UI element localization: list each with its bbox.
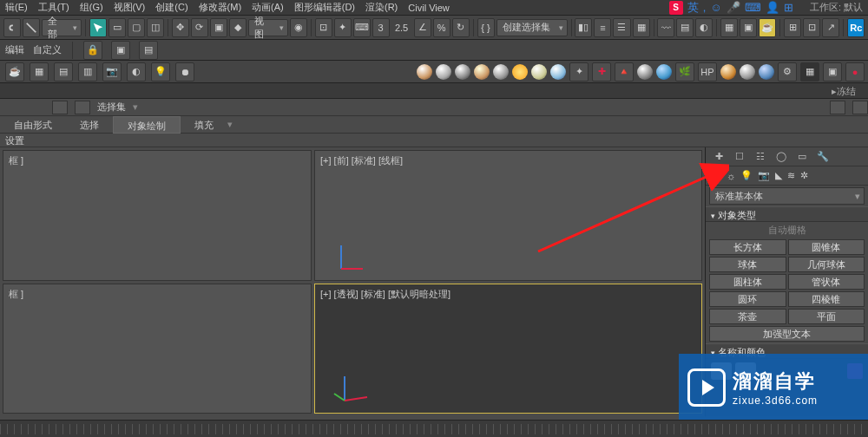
- keyboard-icon[interactable]: ⌨: [353, 18, 371, 37]
- sphere-icon[interactable]: [493, 64, 509, 80]
- material-editor-icon[interactable]: ◐: [695, 18, 713, 37]
- sphere-icon[interactable]: [637, 64, 653, 80]
- fx-icon[interactable]: ✦: [569, 62, 589, 82]
- edit-label[interactable]: 编辑: [5, 43, 24, 56]
- menu-group[interactable]: 组(G): [80, 1, 103, 14]
- timeline[interactable]: [0, 420, 868, 437]
- render-setup-icon[interactable]: ▦: [720, 18, 738, 37]
- snap-toggle-icon[interactable]: ⊡: [315, 18, 332, 37]
- modify-tab-icon[interactable]: ☐: [732, 149, 747, 165]
- tool-c-icon[interactable]: ↗: [822, 18, 839, 37]
- tab-freeform[interactable]: 自由形式: [0, 116, 66, 134]
- tool-link-icon[interactable]: [3, 18, 21, 37]
- sphere-icon[interactable]: [417, 64, 432, 80]
- tab-objpaint[interactable]: 对象绘制: [113, 116, 181, 134]
- menu-view[interactable]: 视图(V): [114, 1, 146, 14]
- render-frame-icon[interactable]: ▣: [740, 18, 757, 37]
- layer-icon[interactable]: ☰: [613, 18, 630, 37]
- box-button[interactable]: 长方体: [709, 239, 786, 255]
- curve-editor-icon[interactable]: { }: [477, 18, 495, 37]
- menu-modifier[interactable]: 修改器(M): [199, 1, 242, 14]
- tool-unlink-icon[interactable]: [23, 18, 40, 37]
- sel-set-label[interactable]: 选择集: [97, 101, 126, 114]
- teapot-icon[interactable]: ☕: [5, 62, 24, 82]
- menu-tool[interactable]: 工具(T): [38, 1, 69, 14]
- ref-coord-combo[interactable]: 视图: [248, 19, 288, 36]
- tab-select[interactable]: 选择: [66, 116, 113, 134]
- rotate-icon[interactable]: ⟳: [191, 18, 208, 37]
- helpers-icon[interactable]: ◣: [775, 170, 782, 181]
- menu-civil[interactable]: Civil View: [408, 3, 449, 13]
- tube-button[interactable]: 管状体: [788, 274, 865, 290]
- custom-label[interactable]: 自定义: [33, 43, 62, 56]
- utility-tab-icon[interactable]: 🔧: [815, 149, 831, 165]
- shapes-icon[interactable]: ☼: [727, 171, 735, 181]
- viewport-top-left[interactable]: 框 ]: [3, 150, 312, 281]
- collapse-icon[interactable]: [830, 101, 845, 114]
- align-icon[interactable]: ≡: [594, 18, 611, 37]
- textplus-button[interactable]: 加强型文本: [709, 326, 865, 342]
- scale-icon[interactable]: ▣: [210, 18, 227, 37]
- fx4-icon[interactable]: 🌿: [675, 62, 694, 82]
- geosphere-button[interactable]: 几何球体: [788, 257, 865, 272]
- percent-snap-icon[interactable]: %: [433, 18, 450, 37]
- sphere-icon[interactable]: [656, 64, 672, 80]
- viewport-bottom-left[interactable]: 框 ]: [3, 284, 312, 414]
- torus-button[interactable]: 圆环: [709, 291, 786, 307]
- sphere-icon[interactable]: [436, 64, 451, 80]
- viewport-top-right[interactable]: [+] [前] [标准] [线框]: [314, 150, 702, 281]
- tool-a-icon[interactable]: ⊞: [784, 18, 801, 37]
- sphere-icon[interactable]: [759, 64, 774, 80]
- plane-button[interactable]: 平面: [788, 309, 865, 324]
- autogrid-checkbox[interactable]: 自动栅格: [706, 222, 868, 238]
- layer-icon[interactable]: [52, 101, 68, 114]
- angle-snap-icon[interactable]: ∠: [414, 18, 431, 37]
- sphere-icon[interactable]: [740, 64, 755, 80]
- create-tab-icon[interactable]: ✚: [711, 149, 727, 165]
- lock-icon[interactable]: 🔒: [83, 41, 102, 60]
- fx5-icon[interactable]: HP: [698, 62, 717, 82]
- move-icon[interactable]: ✥: [172, 18, 189, 37]
- cameras-icon[interactable]: 📷: [758, 170, 770, 181]
- pyramid-button[interactable]: 四棱锥: [788, 291, 865, 307]
- select-object-icon[interactable]: [89, 18, 107, 37]
- fx9-icon[interactable]: ●: [845, 62, 865, 82]
- fx7-icon[interactable]: ▦: [800, 62, 819, 82]
- light1-icon[interactable]: 💡: [151, 62, 170, 82]
- light2-icon[interactable]: ⏺: [175, 62, 194, 82]
- menu-anim[interactable]: 动画(A): [252, 1, 284, 14]
- manipulate-icon[interactable]: ✦: [334, 18, 352, 37]
- tool-b-icon[interactable]: ⊡: [803, 18, 820, 37]
- select-name-icon[interactable]: ▭: [108, 18, 126, 37]
- menu-graph[interactable]: 图形编辑器(D): [294, 1, 355, 14]
- sphere-icon[interactable]: [531, 64, 547, 80]
- object-type-rollout[interactable]: 对象类型: [706, 206, 868, 222]
- schematic-icon[interactable]: ▤: [676, 18, 694, 37]
- sphere-button[interactable]: 球体: [709, 257, 786, 272]
- pivot-icon[interactable]: ◉: [290, 18, 307, 37]
- snap3-icon[interactable]: 3: [372, 18, 390, 37]
- viewport-bottom-right[interactable]: [+] [透视] [标准] [默认明暗处理]: [314, 284, 702, 414]
- expand-icon[interactable]: [852, 101, 868, 114]
- sun-icon[interactable]: [512, 64, 528, 80]
- cone-button[interactable]: 圆锥体: [788, 239, 865, 255]
- lights-icon[interactable]: 💡: [740, 170, 753, 181]
- render-icon[interactable]: ☕: [759, 18, 776, 37]
- geometry-icon[interactable]: ◯: [711, 170, 721, 181]
- tag2-icon[interactable]: ▤: [139, 41, 158, 60]
- grid1-icon[interactable]: ▦: [30, 62, 49, 82]
- settings-row[interactable]: 设置: [0, 134, 868, 147]
- motion-tab-icon[interactable]: ◯: [773, 149, 789, 165]
- hierarchy-tab-icon[interactable]: ☷: [753, 149, 768, 165]
- selection-filter-combo[interactable]: 全部: [42, 19, 82, 36]
- named-sel-set-combo[interactable]: 创建选择集: [496, 19, 568, 36]
- camera-icon[interactable]: 📷: [102, 62, 122, 82]
- sphere-icon[interactable]: [720, 64, 736, 80]
- select-region-icon[interactable]: ▢: [128, 18, 145, 37]
- freeze-bar[interactable]: ▸冻结: [0, 83, 868, 99]
- proj-icon[interactable]: ◐: [127, 62, 146, 82]
- sphere-icon[interactable]: [474, 64, 490, 80]
- space-warps-icon[interactable]: ≋: [787, 170, 795, 181]
- grid3-icon[interactable]: ▥: [78, 62, 97, 82]
- spinner-snap-icon[interactable]: ↻: [452, 18, 470, 37]
